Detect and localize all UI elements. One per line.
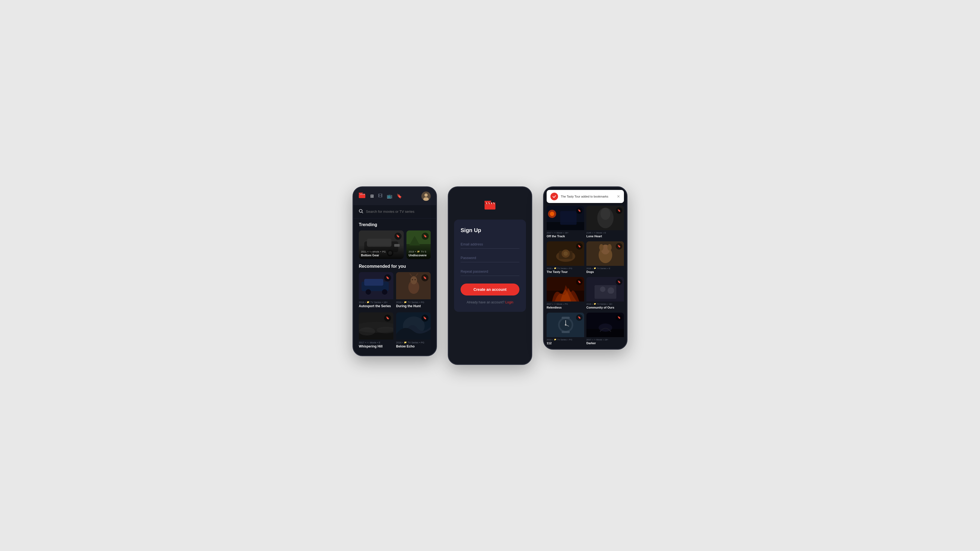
grid-card-relentless[interactable]: 🔖 2017• ▭ Movie• PG Relentless — [547, 277, 584, 310]
password-input[interactable] — [461, 254, 519, 262]
bookmark-community[interactable]: 🔖 — [616, 279, 622, 285]
bookmark-hunt[interactable]: 🔖 — [422, 274, 428, 281]
svg-rect-54 — [560, 211, 577, 225]
login-prompt: Already have an account? Login — [461, 300, 519, 304]
bookmark-dogs[interactable]: 🔖 — [616, 243, 622, 249]
trending-card-2[interactable]: 🔖 2019 📁 TV S Undiscovere — [406, 230, 431, 259]
grid-info-dogs: 2016• 📁 TV Series• E Dogs — [586, 266, 624, 275]
grid-title-lone-heart: Lone Heart — [586, 235, 624, 238]
screen3-phone: The Tasty Tour added to bookmarks ✕ — [543, 186, 627, 349]
avatar[interactable] — [422, 192, 431, 201]
rec-info-autosport: 2016 •📁 TV Series • 18+ Autosport the Se… — [359, 299, 393, 310]
svg-rect-83 — [562, 331, 570, 333]
card-title-1: Bottom Gear — [361, 254, 401, 257]
notif-check-icon — [550, 193, 558, 200]
grid-card-dogs[interactable]: 🔖 2016• 📁 TV Series• E Dogs — [586, 241, 624, 275]
svg-point-75 — [606, 294, 616, 299]
grid-card-lone-heart[interactable]: 🔖 2145• ▭ Movie• E Lone Heart — [586, 206, 624, 239]
rec-card-whispering[interactable]: 🔖 2017 •▭ Movie • E Whispering Hill — [359, 312, 393, 350]
notif-close-button[interactable]: ✕ — [617, 194, 620, 198]
rec-info-whispering: 2017 •▭ Movie • E Whispering Hill — [359, 340, 393, 350]
svg-point-67 — [607, 244, 612, 251]
nav-bar: ⊞ 🎞 📺 🔖 — [353, 187, 436, 205]
grid-info-112: 2013• 📁 TV Series• PG 112 — [547, 337, 584, 346]
card-title-2: Undiscovere — [409, 254, 429, 257]
repeat-password-input[interactable] — [461, 267, 519, 276]
login-link[interactable]: Login — [505, 300, 513, 304]
trending-card-1[interactable]: 🔖 2021 ▭ Movie PG Bottom Gear — [359, 230, 404, 259]
card-overlay-1: 2021 ▭ Movie PG Bottom Gear — [359, 245, 404, 259]
rec-card-autosport[interactable]: 🔖 2016 •📁 TV Series • 18+ Autosport the … — [359, 272, 393, 310]
bookmark-lone-heart[interactable]: 🔖 — [616, 207, 622, 214]
nav-logo — [359, 193, 365, 200]
bookmark-undiscovered[interactable]: 🔖 — [422, 233, 429, 240]
bookmark-relentless[interactable]: 🔖 — [576, 279, 582, 285]
bookmark-whispering[interactable]: 🔖 — [384, 314, 391, 322]
nav-tv-icon[interactable]: 📺 — [387, 194, 392, 198]
svg-point-73 — [608, 287, 614, 294]
email-input[interactable] — [461, 240, 519, 249]
svg-rect-26 — [364, 279, 383, 286]
notification-bar: The Tasty Tour added to bookmarks ✕ — [547, 190, 624, 203]
grid-card-tasty-tour[interactable]: 🔖 2016• 📁 TV Series• PG The Tasty Tour — [547, 241, 584, 275]
grid-card-community[interactable]: 🔖 2018• 📁 TV Series• 18+ Community of Ou… — [586, 277, 624, 310]
bookmark-tasty-tour[interactable]: 🔖 — [576, 243, 582, 249]
svg-point-53 — [550, 212, 554, 216]
bookmark-112[interactable]: 🔖 — [576, 314, 582, 321]
bookmark-bottom-gear[interactable]: 🔖 — [395, 233, 401, 240]
rec-title-hunt: During the Hunt — [396, 304, 431, 308]
svg-point-31 — [410, 276, 417, 284]
rec-card-echo[interactable]: 🔖 2016 •📁 TV Series • PG Below Echo — [396, 312, 431, 350]
svg-point-28 — [382, 289, 387, 295]
nav-film-icon[interactable]: 🎞 — [378, 194, 382, 198]
password-field — [461, 254, 519, 262]
screen2-logo — [485, 201, 495, 211]
card-meta-1: 2021 ▭ Movie PG — [361, 250, 401, 253]
email-field — [461, 240, 519, 249]
screen1-phone: ⊞ 🎞 📺 🔖 — [353, 186, 437, 356]
rec-info-hunt: 2016 •📁 TV Series • PG During the Hunt — [396, 299, 431, 310]
svg-point-27 — [366, 289, 371, 295]
svg-point-39 — [359, 327, 375, 335]
signup-card: Sign Up Create an account Already have a… — [454, 219, 526, 312]
svg-line-11 — [362, 212, 363, 213]
bookmark-echo[interactable]: 🔖 — [422, 314, 428, 322]
svg-point-72 — [600, 286, 605, 292]
grid-card-112[interactable]: 🔖 2013• 📁 TV Series• PG 112 — [547, 313, 584, 346]
recommended-grid: 🔖 2016 •📁 TV Series • 18+ Autosport the … — [359, 272, 431, 350]
svg-point-35 — [415, 279, 416, 280]
card-overlay-2: 2019 📁 TV S Undiscovere — [406, 245, 431, 259]
svg-marker-49 — [485, 201, 492, 202]
svg-point-34 — [412, 279, 413, 280]
rec-card-hunt[interactable]: 🔖 2016 •📁 TV Series • PG During the Hunt — [396, 272, 431, 310]
trending-row: 🔖 2021 ▭ Movie PG Bottom Gear — [359, 230, 431, 259]
svg-marker-6 — [359, 193, 363, 194]
grid-info-darker: 2017• ▭ Movie• 18+ Darker — [586, 337, 624, 346]
svg-rect-82 — [562, 317, 570, 319]
grid-title-dogs: Dogs — [586, 270, 624, 273]
svg-point-62 — [563, 251, 568, 256]
grid-info-off-track: 2017• ▭ Movie• 18+ Off the Track — [547, 230, 584, 239]
notif-text: The Tasty Tour added to bookmarks — [561, 195, 614, 198]
nav-grid-icon[interactable]: ⊞ — [370, 194, 374, 198]
svg-point-57 — [601, 208, 610, 220]
grid-title-darker: Darker — [586, 341, 624, 345]
bookmark-autosport[interactable]: 🔖 — [384, 274, 391, 281]
grid-card-off-the-track[interactable]: 🔖 2017• ▭ Movie• 18+ Off the Track — [547, 206, 584, 239]
bookmark-off-track[interactable]: 🔖 — [576, 207, 582, 214]
nav-bookmark-icon[interactable]: 🔖 — [397, 194, 402, 198]
search-input[interactable] — [366, 210, 431, 214]
grid-title-112: 112 — [547, 341, 584, 345]
create-account-button[interactable]: Create an account — [461, 284, 519, 295]
nav-icons: ⊞ 🎞 📺 🔖 — [370, 194, 417, 198]
grid-info-tasty-tour: 2016• 📁 TV Series• PG The Tasty Tour — [547, 266, 584, 275]
card-meta-2: 2019 📁 TV S — [409, 250, 429, 253]
bookmarks-grid: 🔖 2017• ▭ Movie• 18+ Off the Track — [544, 203, 627, 349]
repeat-password-field — [461, 267, 519, 276]
svg-point-74 — [599, 292, 607, 297]
screens-container: ⊞ 🎞 📺 🔖 — [342, 176, 638, 376]
bookmark-darker[interactable]: 🔖 — [616, 314, 622, 321]
trending-title: Trending — [359, 222, 431, 227]
grid-title-relentless: Relentless — [547, 306, 584, 309]
grid-card-darker[interactable]: 🔖 2017• ▭ Movie• 18+ Darker — [586, 313, 624, 346]
